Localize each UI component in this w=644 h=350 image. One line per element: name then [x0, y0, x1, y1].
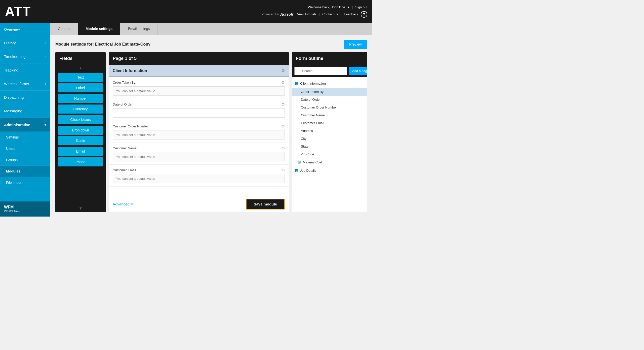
- header-top-row: Welcome back, John Doe ▾ | Sign out: [308, 5, 367, 9]
- tab-general-label: General: [58, 27, 70, 31]
- field-btn-text[interactable]: Text: [58, 73, 103, 82]
- sidebar-item-settings[interactable]: Settings: [0, 132, 50, 143]
- outline-item-state[interactable]: State: [292, 143, 367, 150]
- tab-email-settings[interactable]: Email settings: [120, 23, 157, 35]
- outline-item-customer-email[interactable]: Customer Email: [292, 119, 367, 127]
- outline-item-date-of-order[interactable]: Date of Order: [292, 96, 367, 103]
- field-input-order-taken-by[interactable]: [113, 86, 285, 96]
- field-input-customer-email[interactable]: [113, 174, 285, 183]
- field-btn-drop-down[interactable]: Drop down: [58, 126, 103, 135]
- field-btn-phone[interactable]: Phone: [58, 157, 103, 166]
- job-details-section-label: Job Details: [300, 169, 316, 172]
- sidebar-item-modules[interactable]: Modules: [0, 166, 50, 177]
- sidebar-item-history[interactable]: History ›: [0, 36, 50, 50]
- sidebar-item-wireless-forms[interactable]: Wireless forms ›: [0, 77, 50, 91]
- field-label-order-taken-by: Order Taken By: ⚙: [113, 80, 285, 85]
- field-btn-number[interactable]: Number: [58, 94, 103, 103]
- form-outline-panel: Form outline 🔍 Add a page ⊟: [292, 52, 367, 212]
- sidebar-item-file-import[interactable]: File import: [0, 177, 50, 188]
- sidebar-messaging-label: Messaging: [4, 109, 22, 113]
- preview-button[interactable]: Preview: [344, 40, 367, 49]
- field-row-customer-order-number: Customer Order Number ⚙: [109, 121, 289, 143]
- field-input-date-of-order[interactable]: [113, 108, 285, 118]
- wireless-chevron: ›: [45, 82, 46, 86]
- field-label-customer-order-number: Customer Order Number ⚙: [113, 124, 285, 129]
- sidebar-item-users[interactable]: Users: [0, 143, 50, 154]
- section-header-bar: Client Information ⚙: [109, 65, 289, 77]
- sep2: |: [319, 12, 320, 16]
- field-label-customer-email: Customer Email ⚙: [113, 168, 285, 172]
- field-label-date-of-order: Date of Order ⚙: [113, 102, 285, 107]
- fields-scroll-down[interactable]: ▾: [55, 204, 106, 212]
- tab-general[interactable]: General: [50, 23, 78, 35]
- sign-out-link[interactable]: Sign out: [355, 5, 367, 9]
- page-header: Module settings for: Electrical Job Esti…: [55, 40, 367, 49]
- sidebar-item-dispatching[interactable]: Dispatching ›: [0, 91, 50, 104]
- section-gear-icon[interactable]: ⚙: [281, 68, 285, 73]
- outline-body: ⊟ Client Information Order Taken By: Dat…: [292, 77, 367, 212]
- outline-search-bar: 🔍 Add a page: [292, 65, 367, 77]
- outline-search-input[interactable]: [294, 67, 347, 75]
- feedback-link[interactable]: Feedback: [344, 12, 358, 16]
- field-btn-radio[interactable]: Radio: [58, 136, 103, 145]
- field-input-customer-order-number[interactable]: [113, 130, 285, 139]
- sidebar-item-groups[interactable]: Groups: [0, 154, 50, 166]
- client-info-section-label: Client Information: [300, 82, 326, 85]
- field-btn-currency[interactable]: Currency: [58, 104, 103, 114]
- whats-new-label[interactable]: What's New: [4, 209, 46, 213]
- outline-section-job-details[interactable]: ⊟ Job Details: [292, 166, 367, 175]
- page-editor-header: Page 1 of 5: [109, 52, 289, 65]
- field-btn-email[interactable]: Email: [58, 147, 103, 156]
- sidebar-admin-header[interactable]: Administrative ▾: [0, 118, 50, 132]
- separator1: |: [352, 5, 353, 9]
- header-links: View tutorials | Contact us | Feedback ?: [297, 11, 367, 18]
- outline-section-client-info[interactable]: ⊟ Client Information: [292, 79, 367, 88]
- collapse-job-details-icon: ⊟: [295, 168, 298, 173]
- field-btn-check-boxes[interactable]: Check boxes: [58, 115, 103, 124]
- tab-module-settings[interactable]: Module settings: [78, 23, 120, 35]
- timekeeping-chevron: ›: [45, 55, 46, 58]
- powered-by: Powered by Actsoft: [262, 12, 293, 16]
- sidebar-item-messaging[interactable]: Messaging: [0, 104, 50, 118]
- page-title: Module settings for: Electrical Job Esti…: [55, 42, 150, 47]
- field-gear-order-taken-by[interactable]: ⚙: [281, 80, 285, 85]
- tab-email-settings-label: Email settings: [128, 27, 150, 31]
- field-btn-label[interactable]: Label: [58, 83, 103, 92]
- field-gear-customer-order-number[interactable]: ⚙: [281, 124, 285, 129]
- welcome-chevron[interactable]: ▾: [348, 5, 349, 9]
- sidebar-overview-label: Overview: [4, 27, 20, 31]
- outline-item-material-cost[interactable]: ⊞ Material Cost: [292, 158, 367, 166]
- field-input-customer-name[interactable]: [113, 152, 285, 161]
- help-button[interactable]: ?: [361, 11, 367, 18]
- add-page-button[interactable]: Add a page: [349, 67, 367, 75]
- outline-item-customer-name[interactable]: Customer Name: [292, 111, 367, 119]
- outline-item-city[interactable]: City: [292, 135, 367, 143]
- save-module-button[interactable]: Save module: [246, 199, 285, 209]
- advanced-label: Advanced: [113, 202, 130, 206]
- outline-item-zip-code[interactable]: Zip Code: [292, 150, 367, 158]
- outline-item-order-taken-by[interactable]: Order Taken By:: [292, 88, 367, 96]
- sidebar-item-overview[interactable]: Overview: [0, 23, 50, 36]
- collapse-client-info-icon: ⊟: [295, 81, 298, 86]
- field-gear-date-of-order[interactable]: ⚙: [281, 102, 285, 107]
- admin-chevron: ▾: [44, 122, 46, 127]
- advanced-button[interactable]: Advanced ▾: [113, 202, 133, 206]
- sidebar-dispatching-label: Dispatching: [4, 95, 24, 99]
- fields-panel: Fields ▴ Text Label Number Currency Chec…: [55, 52, 106, 212]
- powered-by-text: Powered by: [262, 12, 279, 16]
- fields-list: Text Label Number Currency Check boxes D…: [55, 71, 106, 204]
- form-outline-header: Form outline: [292, 52, 367, 65]
- outline-item-customer-order-number[interactable]: Customer Order Number: [292, 103, 367, 111]
- field-gear-customer-name[interactable]: ⚙: [281, 146, 285, 151]
- outline-item-address[interactable]: Address: [292, 127, 367, 135]
- contact-us-link[interactable]: Contact us: [322, 12, 338, 16]
- fields-scroll-up[interactable]: ▴: [55, 65, 106, 71]
- page-editor-footer: Advanced ▾ Save module: [109, 196, 289, 212]
- field-gear-customer-email[interactable]: ⚙: [281, 168, 285, 172]
- section-name: Client Information: [113, 68, 147, 73]
- view-tutorials-link[interactable]: View tutorials: [297, 12, 316, 16]
- sidebar-wireless-label: Wireless forms: [4, 82, 29, 86]
- sidebar-item-timekeeping[interactable]: Timekeeping ›: [0, 50, 50, 63]
- sidebar-item-tracking[interactable]: Tracking ›: [0, 63, 50, 77]
- sidebar-history-label: History: [4, 41, 16, 45]
